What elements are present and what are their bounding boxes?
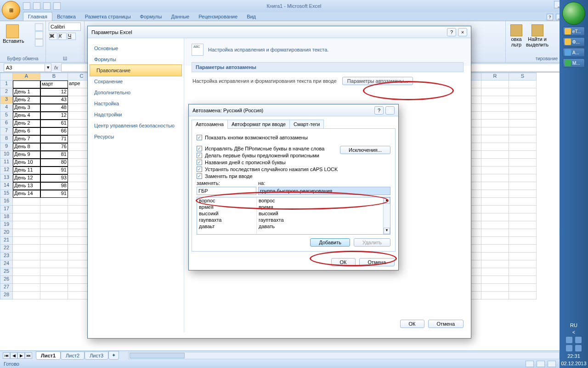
checkbox[interactable]: ✓ [197, 135, 202, 140]
volume-icon[interactable] [575, 345, 582, 351]
cell[interactable]: 12 [40, 112, 68, 120]
replacements-list[interactable]: ворпосврмеявысоикйгаупвахтадаваьт вопрос… [197, 197, 390, 235]
nav-item[interactable]: Надстройки [88, 109, 184, 120]
cell[interactable] [481, 135, 509, 143]
sheet-tab[interactable]: Лист2 [61, 351, 85, 360]
cell[interactable]: 80 [40, 159, 68, 167]
cell[interactable] [481, 174, 509, 182]
copy-icon[interactable] [35, 31, 43, 39]
nav-item[interactable]: Центр управления безопасностью [88, 120, 184, 131]
tray-icon[interactable] [575, 337, 582, 343]
list-item[interactable]: врмея [197, 204, 256, 210]
cell[interactable] [481, 104, 509, 112]
list-item[interactable]: гаупвахта [197, 217, 256, 223]
cell[interactable] [509, 198, 537, 206]
cell[interactable] [40, 229, 68, 237]
qat-dropdown-icon[interactable] [53, 2, 61, 10]
row-header[interactable]: 4 [0, 104, 13, 112]
replace-input[interactable] [197, 187, 256, 195]
view-normal-icon[interactable] [526, 361, 534, 367]
row-header[interactable]: 21 [0, 237, 13, 245]
cell[interactable]: 12 [40, 88, 68, 96]
find-select-button[interactable]: Найти и выделить [526, 24, 548, 47]
cell[interactable]: День 12 [13, 174, 40, 182]
taskbar-item[interactable]: A... [563, 48, 585, 57]
row-header[interactable]: 20 [0, 229, 13, 237]
cell[interactable] [481, 127, 509, 135]
cell[interactable] [481, 96, 509, 104]
row-header[interactable]: 25 [0, 268, 13, 276]
nav-item[interactable]: Сохранение [88, 76, 184, 87]
cell[interactable]: 76 [40, 143, 68, 151]
view-layout-icon[interactable] [537, 361, 545, 367]
cell[interactable] [13, 284, 40, 292]
sheet-tab[interactable]: Лист1 [36, 351, 61, 360]
underline-button[interactable]: Ч [68, 33, 76, 40]
cut-icon[interactable] [35, 23, 43, 31]
help-icon[interactable]: ? [447, 28, 456, 36]
cell[interactable] [40, 198, 68, 206]
cell[interactable] [13, 229, 40, 237]
row-header[interactable]: 23 [0, 253, 13, 260]
cell[interactable] [509, 253, 537, 260]
cell[interactable] [509, 284, 537, 292]
cell[interactable] [481, 190, 509, 198]
cell[interactable] [40, 237, 68, 245]
row-header[interactable]: 17 [0, 206, 13, 213]
cell[interactable] [13, 206, 40, 213]
cell[interactable] [13, 198, 40, 206]
cell[interactable] [509, 237, 537, 245]
help-icon[interactable]: ? [547, 14, 553, 20]
select-all-corner[interactable] [0, 73, 13, 80]
nav-item[interactable]: Дополнительно [88, 87, 184, 98]
cell[interactable]: 61 [40, 120, 68, 127]
cell[interactable] [13, 292, 40, 299]
row-header[interactable]: 1 [0, 80, 13, 88]
cell[interactable] [481, 221, 509, 229]
autocorrect-options-button[interactable]: Параметры автозамены... [342, 77, 413, 85]
cell[interactable]: День 7 [13, 135, 40, 143]
list-item[interactable]: ворпос [197, 197, 256, 204]
row-header[interactable]: 26 [0, 276, 13, 284]
sort-filter-button[interactable]: овка льтр [510, 24, 522, 47]
sheet-nav-prev-icon[interactable]: ◀ [10, 352, 17, 359]
view-break-icon[interactable] [548, 361, 556, 367]
cell[interactable]: День 13 [13, 182, 40, 190]
clock-time[interactable]: 22:31 [567, 353, 580, 359]
list-item[interactable]: давать [257, 223, 383, 230]
checkbox[interactable]: ✓ [197, 173, 202, 179]
nav-item-selected[interactable]: Правописание [90, 64, 182, 76]
cell[interactable] [40, 253, 68, 260]
name-box-dropdown-icon[interactable]: ▾ [45, 63, 51, 72]
cell[interactable] [481, 260, 509, 268]
save-icon[interactable] [23, 2, 30, 10]
col-header[interactable]: R [481, 73, 509, 80]
row-header[interactable]: 3 [0, 96, 13, 104]
exceptions-button[interactable]: Исключения... [340, 146, 390, 154]
cell[interactable] [13, 245, 40, 253]
cell[interactable] [481, 245, 509, 253]
delete-button[interactable]: Удалить [354, 238, 390, 247]
tab-pagelayout[interactable]: Разметка страницы [80, 12, 136, 21]
checkbox[interactable]: ✓ [197, 153, 202, 158]
checkbox[interactable]: ✓ [197, 167, 202, 172]
list-item[interactable]: высоикй [197, 210, 256, 217]
cell[interactable] [481, 253, 509, 260]
row-header[interactable]: 16 [0, 198, 13, 206]
cell[interactable]: 71 [40, 135, 68, 143]
row-header[interactable]: 28 [0, 292, 13, 299]
redo-icon[interactable] [43, 2, 51, 10]
checkbox[interactable]: ✓ [197, 146, 202, 151]
row-header[interactable]: 6 [0, 120, 13, 127]
sheet-nav-last-icon[interactable]: ⏭ [25, 352, 32, 359]
sheet-nav-first-icon[interactable]: ⏮ [3, 352, 10, 359]
cell[interactable] [509, 182, 537, 190]
list-item[interactable]: вопрос [257, 197, 383, 204]
cell[interactable] [481, 237, 509, 245]
cell[interactable] [40, 292, 68, 299]
cell[interactable]: 93 [40, 174, 68, 182]
list-item[interactable]: время [257, 204, 383, 210]
cell[interactable]: 48 [40, 104, 68, 112]
cell[interactable] [509, 104, 537, 112]
sheet-tab[interactable]: Лист3 [85, 351, 108, 360]
